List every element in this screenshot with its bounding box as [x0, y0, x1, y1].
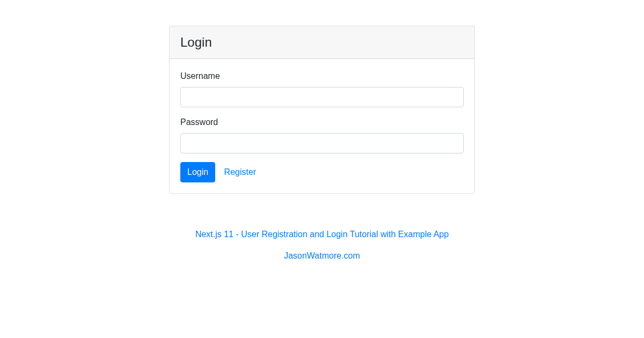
- password-label: Password: [180, 116, 218, 129]
- site-link[interactable]: JasonWatmore.com: [284, 251, 360, 260]
- footer: Next.js 11 - User Registration and Login…: [169, 228, 475, 262]
- password-group: Password: [180, 116, 464, 153]
- login-container: Login Username Password Login Register N…: [169, 0, 475, 262]
- register-link[interactable]: Register: [218, 163, 263, 182]
- login-card: Login Username Password Login Register: [169, 26, 475, 194]
- card-title: Login: [180, 33, 464, 52]
- footer-tutorial-paragraph: Next.js 11 - User Registration and Login…: [169, 228, 475, 241]
- username-group: Username: [180, 70, 464, 107]
- tutorial-link[interactable]: Next.js 11 - User Registration and Login…: [195, 230, 449, 239]
- login-form: Username Password Login Register: [180, 70, 464, 182]
- footer-site-paragraph: JasonWatmore.com: [169, 249, 475, 262]
- password-input[interactable]: [180, 133, 464, 153]
- login-button[interactable]: Login: [180, 162, 215, 182]
- username-input[interactable]: [180, 87, 464, 107]
- card-header: Login: [170, 26, 474, 59]
- card-body: Username Password Login Register: [170, 59, 474, 193]
- username-label: Username: [180, 70, 220, 83]
